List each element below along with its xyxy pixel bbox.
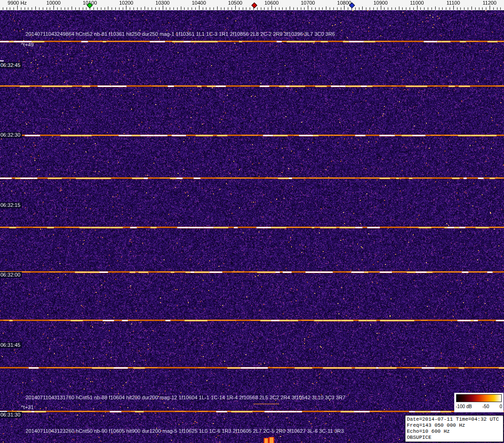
detection-annotation-1: 20140711043249864 hCnt52 nb-81 f10361 hi… xyxy=(26,32,335,37)
ruler-frequency-label: 11200 xyxy=(483,0,497,6)
meteor-spectrogram-app: { "ruler": { "unit": "Hz", "labels": ["9… xyxy=(0,0,504,443)
ruler-frequency-label: 11100 xyxy=(446,0,460,6)
time-label: 06:32:45 xyxy=(0,62,22,68)
time-offset-marker-1: ^t+49 xyxy=(21,42,33,47)
time-offset-marker-2: ^t+31 xyxy=(21,405,33,410)
detection-annotation-2: 20140711043131760 hCnt51 nb-88 f10604 hi… xyxy=(26,395,345,400)
ruler-frequency-label: 10900 xyxy=(373,0,388,6)
ruler-frequency-label: 10400 xyxy=(192,0,206,6)
info-frequency: Freq=143 050 000 Hz xyxy=(407,423,502,429)
time-label: 06:32:15 xyxy=(0,202,22,208)
spectrogram[interactable]: 06:32:4506:32:3006:32:1506:32:0006:31:45… xyxy=(0,10,504,443)
time-label: 06:32:00 xyxy=(0,272,22,278)
time-label: 06:31:30 xyxy=(0,412,22,418)
ruler-frequency-label: 10600 xyxy=(265,0,279,6)
ruler-frequency-label: 11000 xyxy=(410,0,424,6)
frequency-ruler: 9900 Hz100001010010200103001040010500106… xyxy=(0,0,504,10)
ruler-frequency-label: 10300 xyxy=(155,0,170,6)
color-scale-gradient xyxy=(456,394,502,402)
spectrogram-canvas[interactable] xyxy=(0,10,504,443)
colorbar-min-label: -100 dB xyxy=(456,404,472,409)
info-station: OBSUPICE xyxy=(407,435,502,441)
detection-annotation-3: 20140711043123260 hCnt50 nb-90 f10605 hi… xyxy=(26,429,344,434)
ruler-frequency-label: 10000 xyxy=(46,0,61,6)
ruler-frequency-label: 9900 Hz xyxy=(8,0,27,6)
colorbar-mid-label: -50 xyxy=(483,404,489,409)
time-label: 06:32:30 xyxy=(0,132,22,138)
colorbar-max-label: 0 xyxy=(499,404,502,409)
ruler-frequency-label: 10500 xyxy=(228,0,243,6)
ruler-frequency-label: 10200 xyxy=(119,0,133,6)
color-scale-labels: -100 dB -50 0 xyxy=(456,404,502,409)
time-label: 06:31:45 xyxy=(0,342,22,348)
info-echo: Echo=10 600 Hz xyxy=(407,429,502,435)
info-date-time: Date=2014-07-11 Time=04:32 UTC xyxy=(407,417,502,423)
ruler-frequency-label: 10700 xyxy=(301,0,315,6)
color-scale-panel: -100 dB -50 0 xyxy=(454,393,504,412)
observation-info-box: Date=2014-07-11 Time=04:32 UTC Freq=143 … xyxy=(405,415,504,442)
